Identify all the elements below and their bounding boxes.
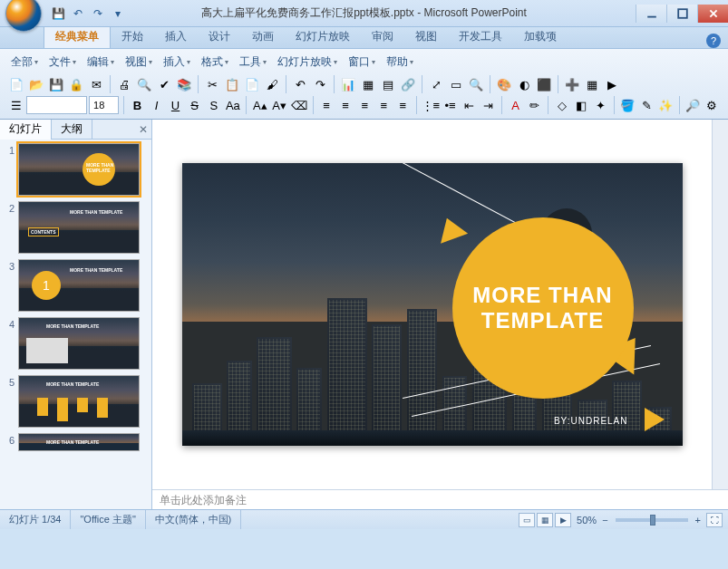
distribute-icon[interactable]: ≡ [394, 96, 412, 114]
indent-inc-icon[interactable]: ⇥ [480, 96, 497, 114]
insert-chart-icon[interactable]: 📊 [339, 75, 357, 93]
vertical-scrollbar[interactable] [712, 120, 728, 489]
minimize-button[interactable] [636, 5, 666, 23]
expand-icon[interactable]: ⤢ [427, 75, 445, 93]
highlight-icon[interactable]: ✏ [526, 96, 543, 114]
shrink-font-icon[interactable]: A▾ [270, 96, 287, 114]
quick-styles-icon[interactable]: ✦ [591, 96, 608, 114]
show-icon[interactable]: ▭ [447, 75, 465, 93]
tab-addins[interactable]: 加载项 [513, 25, 568, 48]
menu-format[interactable]: 格式▾ [198, 53, 232, 72]
office-button[interactable] [5, 0, 42, 32]
tab-view[interactable]: 视图 [404, 25, 448, 48]
run-show-icon[interactable]: ▶ [603, 75, 621, 93]
bullets-icon[interactable]: ☰ [7, 96, 24, 114]
menu-insert[interactable]: 插入▾ [160, 53, 194, 72]
print-icon[interactable]: 🖨 [115, 75, 133, 93]
grayscale-icon[interactable]: ◐ [515, 75, 533, 93]
menu-all[interactable]: 全部▾ [7, 53, 42, 72]
open-icon[interactable]: 📂 [27, 75, 45, 93]
find-icon[interactable]: 🔎 [684, 96, 702, 114]
slide-thumbnail-6[interactable]: MORE THAN TEMPLATE [18, 433, 140, 451]
clear-format-icon[interactable]: ⌫ [290, 96, 308, 114]
slide-thumbnail-2[interactable]: MORE THAN TEMPLATE CONTENTS [18, 201, 140, 254]
new-icon[interactable]: 📄 [7, 75, 25, 93]
tab-design[interactable]: 设计 [198, 25, 241, 48]
shape-fill-icon[interactable]: 🪣 [619, 96, 636, 114]
copy-icon[interactable]: 📋 [223, 75, 241, 93]
menu-help[interactable]: 帮助▾ [383, 53, 417, 72]
slide-thumbnail-4[interactable]: MORE THAN TEMPLATE [18, 317, 140, 370]
maximize-button[interactable] [666, 5, 697, 23]
slide-canvas[interactable]: LOGO MORE THAN TEMPLATE BY:UNDRELAN [152, 120, 712, 489]
strike-icon[interactable]: S [186, 96, 203, 114]
panel-close-icon[interactable]: ✕ [139, 123, 148, 136]
help-icon[interactable]: ? [706, 34, 721, 48]
zoom-icon[interactable]: 🔍 [467, 75, 485, 93]
redo-icon[interactable]: ↷ [311, 75, 329, 93]
shape-outline-icon[interactable]: ✎ [638, 96, 655, 114]
shapes-icon[interactable]: ◇ [553, 96, 570, 114]
insert-table-icon[interactable]: ▦ [359, 75, 377, 93]
layout-icon[interactable]: ▦ [583, 75, 601, 93]
status-language[interactable]: 中文(简体，中国) [146, 510, 241, 529]
insert-hyperlink-icon[interactable]: 🔗 [399, 75, 417, 93]
align-center-icon[interactable]: ≡ [337, 96, 354, 114]
redo-icon[interactable]: ↷ [91, 6, 105, 21]
print-preview-icon[interactable]: 🔍 [135, 75, 153, 93]
save-icon[interactable]: 💾 [51, 6, 65, 21]
zoom-out-button[interactable]: − [602, 515, 607, 526]
undo-icon[interactable]: ↶ [71, 6, 85, 21]
indent-dec-icon[interactable]: ⇤ [461, 96, 478, 114]
email-icon[interactable]: ✉ [87, 75, 105, 93]
italic-icon[interactable]: I [148, 96, 165, 114]
zoom-in-button[interactable]: + [695, 515, 701, 526]
panel-tab-slides[interactable]: 幻灯片 [0, 120, 52, 140]
paste-icon[interactable]: 📄 [243, 75, 261, 93]
tab-home[interactable]: 开始 [111, 25, 154, 48]
panel-tab-outline[interactable]: 大纲 [52, 120, 92, 140]
tab-animations[interactable]: 动画 [241, 25, 285, 48]
undo-icon[interactable]: ↶ [291, 75, 309, 93]
notes-pane[interactable]: 单击此处添加备注 [152, 489, 728, 509]
sorter-view-button[interactable]: ▦ [537, 513, 553, 527]
color-icon[interactable]: 🎨 [495, 75, 513, 93]
menu-slideshow[interactable]: 幻灯片放映▾ [274, 53, 341, 72]
menu-tools[interactable]: 工具▾ [236, 53, 270, 72]
menu-view[interactable]: 视图▾ [121, 53, 156, 72]
justify-icon[interactable]: ≡ [375, 96, 393, 114]
fit-window-button[interactable]: ⛶ [706, 513, 723, 527]
underline-icon[interactable]: U [167, 96, 184, 114]
slide-thumbnail-3[interactable]: 1 MORE THAN TEMPLATE [18, 259, 140, 312]
tab-review[interactable]: 审阅 [361, 25, 404, 48]
slide-thumbnail-1[interactable]: MORE THAN TEMPLATE [18, 143, 140, 196]
shape-effects-icon[interactable]: ✨ [657, 96, 675, 114]
menu-edit[interactable]: 编辑▾ [83, 53, 118, 72]
tab-classic-menu[interactable]: 经典菜单 [44, 24, 111, 48]
close-button[interactable] [697, 5, 728, 23]
font-size-combo[interactable]: 18 [89, 96, 119, 114]
tab-insert[interactable]: 插入 [154, 25, 198, 48]
numbering-icon[interactable]: ⋮≡ [422, 96, 440, 114]
tab-developer[interactable]: 开发工具 [448, 25, 513, 48]
cut-icon[interactable]: ✂ [203, 75, 221, 93]
tab-slideshow[interactable]: 幻灯片放映 [285, 25, 361, 48]
menu-file[interactable]: 文件▾ [45, 53, 80, 72]
tables-icon[interactable]: ▤ [379, 75, 397, 93]
zoom-percent[interactable]: 50% [577, 515, 597, 526]
slide-thumbnail-5[interactable]: MORE THAN TEMPLATE [18, 375, 140, 428]
permissions-icon[interactable]: 🔒 [67, 75, 85, 93]
qat-dropdown-icon[interactable]: ▾ [111, 6, 125, 21]
bold-icon[interactable]: B [129, 96, 146, 114]
normal-view-button[interactable]: ▭ [519, 513, 535, 527]
slideshow-view-button[interactable]: ▶ [555, 513, 571, 527]
zoom-slider[interactable] [616, 518, 688, 522]
spelling-icon[interactable]: ✔ [155, 75, 173, 93]
menu-window[interactable]: 窗口▾ [345, 53, 379, 72]
slide-content[interactable]: LOGO MORE THAN TEMPLATE BY:UNDRELAN [182, 163, 683, 446]
change-case-icon[interactable]: Aa [224, 96, 241, 114]
research-icon[interactable]: 📚 [175, 75, 193, 93]
bulleting-icon[interactable]: •≡ [442, 96, 459, 114]
new-slide-icon[interactable]: ➕ [563, 75, 581, 93]
font-name-combo[interactable] [26, 96, 87, 114]
